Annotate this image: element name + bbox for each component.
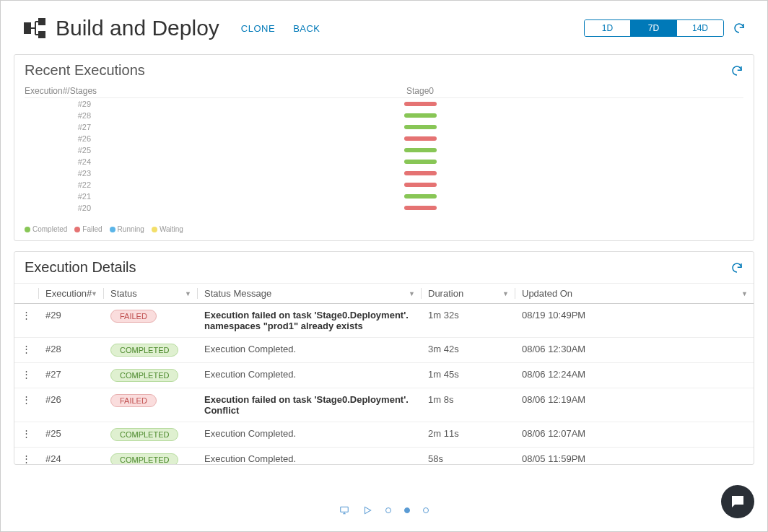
chart-col-id: Execution#/Stages — [25, 86, 97, 96]
col-msg-header[interactable]: Status Message▼ — [197, 284, 421, 304]
chart-row-id: #21 — [25, 192, 97, 201]
range-1d-button[interactable]: 1D — [585, 20, 631, 36]
col-status-header[interactable]: Status▼ — [103, 284, 197, 304]
stage-status-bar[interactable] — [404, 160, 437, 164]
row-menu-icon[interactable]: ⋮ — [14, 338, 38, 363]
status-cell: COMPLETED — [103, 363, 197, 388]
execution-details-panel: Execution Details Execution#▼ Status▼ St… — [14, 251, 754, 465]
status-message: Execution Completed. — [204, 344, 296, 354]
legend-running-label: Running — [118, 225, 144, 233]
legend-failed-label: Failed — [82, 225, 102, 233]
filter-icon[interactable]: ▼ — [741, 290, 748, 297]
stage-status-bar[interactable] — [404, 148, 437, 152]
carousel-indicator — [1, 505, 767, 515]
chart-row-bar-cell — [97, 160, 743, 164]
duration-cell: 1m 32s — [421, 304, 515, 338]
updated-cell: 08/06 12:19AM — [515, 388, 754, 422]
row-menu-icon[interactable]: ⋮ — [14, 363, 38, 388]
range-7d-button[interactable]: 7D — [631, 20, 677, 36]
filter-icon[interactable]: ▼ — [185, 290, 191, 297]
status-cell: COMPLETED — [103, 422, 197, 448]
chart-col-stage: Stage0 — [97, 86, 743, 96]
range-14d-button[interactable]: 14D — [677, 20, 723, 36]
col-exec-header[interactable]: Execution#▼ — [38, 284, 103, 304]
status-message: Execution Completed. — [204, 453, 296, 464]
filter-icon[interactable]: ▼ — [502, 290, 509, 297]
stage-status-bar[interactable] — [404, 206, 437, 210]
execution-chart: Execution#/Stages Stage0 #29#28#27#26#25… — [14, 83, 754, 221]
chart-row-bar-cell — [97, 125, 743, 129]
carousel-dot-1[interactable] — [385, 507, 391, 513]
stage-status-bar[interactable] — [404, 113, 437, 118]
chart-row-bar-cell — [97, 102, 743, 106]
legend-completed-dot — [25, 227, 30, 232]
status-cell: COMPLETED — [103, 448, 197, 466]
clone-link[interactable]: CLONE — [241, 23, 275, 34]
chart-row-bar-cell — [97, 194, 743, 199]
stage-status-bar[interactable] — [404, 171, 437, 175]
chart-row: #24 — [25, 156, 743, 167]
execution-id: #29 — [38, 304, 103, 338]
legend-completed-label: Completed — [32, 225, 67, 233]
status-cell: COMPLETED — [103, 338, 197, 363]
legend-running-dot — [110, 227, 115, 232]
recent-refresh-icon[interactable] — [730, 64, 743, 77]
play-icon[interactable] — [362, 505, 372, 515]
status-message: Execution Completed. — [204, 369, 296, 380]
executions-table: Execution#▼ Status▼ Status Message▼ Dura… — [14, 283, 754, 465]
stage-status-bar[interactable] — [404, 125, 437, 129]
carousel-dot-2[interactable] — [404, 507, 410, 513]
updated-cell: 08/06 12:24AM — [515, 363, 754, 388]
carousel-dot-3[interactable] — [423, 507, 429, 513]
filter-icon[interactable]: ▼ — [91, 290, 97, 297]
chart-row-id: #28 — [25, 111, 97, 120]
refresh-icon[interactable] — [733, 22, 746, 35]
page-header: Build and Deploy CLONE BACK 1D 7D 14D — [1, 1, 767, 48]
row-menu-icon[interactable]: ⋮ — [14, 422, 38, 448]
legend-failed-dot — [74, 227, 80, 232]
chart-legend: Completed Failed Running Waiting — [14, 221, 754, 240]
execution-id: #24 — [38, 448, 103, 466]
status-badge: FAILED — [110, 310, 157, 323]
col-updated-header[interactable]: Updated On▼ — [515, 284, 754, 304]
status-cell: FAILED — [103, 304, 197, 338]
svg-rect-3 — [341, 507, 349, 512]
chart-row: #20 — [25, 202, 743, 214]
chat-bubble-button[interactable] — [721, 485, 754, 518]
message-cell: Execution Completed. — [197, 338, 421, 363]
chart-row-bar-cell — [97, 136, 743, 141]
chart-row-bar-cell — [97, 206, 743, 210]
svg-rect-2 — [38, 31, 45, 38]
stage-status-bar[interactable] — [404, 136, 437, 141]
duration-cell: 58s — [421, 448, 515, 466]
execution-id: #28 — [38, 338, 103, 363]
col-duration-header[interactable]: Duration▼ — [421, 284, 515, 304]
duration-cell: 1m 8s — [421, 388, 515, 422]
recent-executions-title: Recent Executions — [25, 62, 145, 79]
chart-row-id: #27 — [25, 123, 97, 131]
stage-status-bar[interactable] — [404, 102, 437, 106]
message-cell: Execution Completed. — [197, 363, 421, 388]
status-message: Execution failed on task 'Stage0.Deploym… — [204, 310, 409, 331]
stage-status-bar[interactable] — [404, 183, 437, 187]
stage-status-bar[interactable] — [404, 194, 437, 199]
chart-row-id: #24 — [25, 157, 97, 166]
chart-row: #22 — [25, 179, 743, 191]
back-link[interactable]: BACK — [293, 23, 320, 34]
chart-row: #28 — [25, 110, 743, 121]
chart-row: #26 — [25, 133, 743, 144]
legend-waiting-label: Waiting — [160, 225, 183, 233]
row-menu-icon[interactable]: ⋮ — [14, 304, 38, 338]
duration-cell: 2m 11s — [421, 422, 515, 448]
monitor-icon[interactable] — [339, 505, 349, 515]
row-menu-icon[interactable]: ⋮ — [14, 448, 38, 466]
row-menu-icon[interactable]: ⋮ — [14, 388, 38, 422]
execution-id: #25 — [38, 422, 103, 448]
details-refresh-icon[interactable] — [730, 261, 743, 274]
svg-rect-0 — [24, 22, 31, 34]
filter-icon[interactable]: ▼ — [409, 290, 415, 297]
status-badge: COMPLETED — [110, 369, 178, 382]
chart-row: #23 — [25, 167, 743, 179]
message-cell: Execution Completed. — [197, 448, 421, 466]
chart-row-bar-cell — [97, 148, 743, 152]
